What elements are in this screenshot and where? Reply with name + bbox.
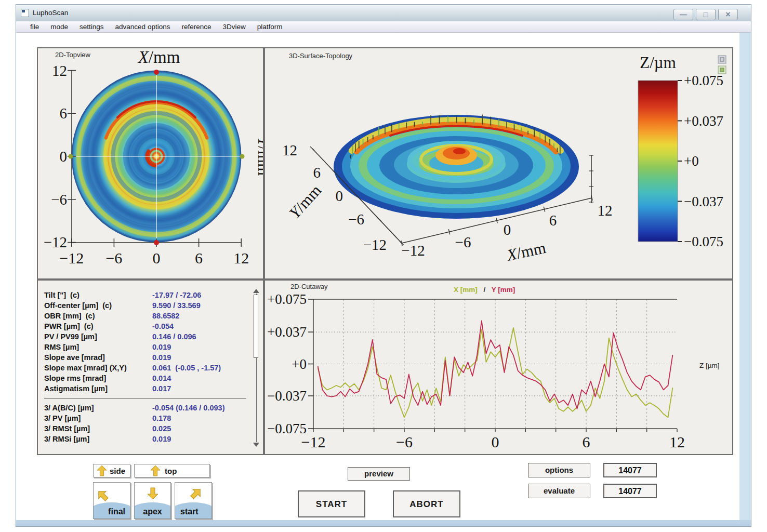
app-icon <box>21 9 29 17</box>
stat-value: 0.025 <box>152 423 247 434</box>
stat-label: PWR [µm] (c) <box>44 321 152 331</box>
stat-row: PV / PV99 [µm]0.146 / 0.096 <box>44 331 247 342</box>
scroll-up-arrow-icon[interactable] <box>253 289 259 293</box>
preview-button[interactable]: preview <box>348 467 410 481</box>
apex-button[interactable]: apex <box>134 482 171 519</box>
topview-x-tick-label: −12 <box>59 249 84 267</box>
down-arrow-icon <box>147 486 158 501</box>
menu-item-advanced-options[interactable]: advanced options <box>110 21 176 32</box>
colorbar-tick-label: +0.075 <box>684 73 723 88</box>
menu-item-file[interactable]: file <box>24 21 45 32</box>
top-button[interactable]: top <box>134 464 210 477</box>
stat-row: PWR [µm] (c)-0.054 <box>44 321 247 331</box>
stat-label: 3/ RMSt [µm] <box>44 423 152 434</box>
minimize-button[interactable]: — <box>673 9 693 20</box>
stat-row: 3/ PV [µm]0.178 <box>44 413 247 423</box>
cutaway-x-tick-label: −12 <box>301 433 326 450</box>
start-button[interactable]: start <box>175 482 212 519</box>
menu-item-reference[interactable]: reference <box>176 21 217 32</box>
surface-title-label: 3D-Surface-Topology <box>289 52 352 60</box>
stats-divider <box>44 398 246 398</box>
topview-y-tick-label: 6 <box>60 105 68 122</box>
legend-x-label: X [mm] <box>454 286 478 294</box>
surface-y-tick-label: 12 <box>282 142 297 158</box>
y-tick-3d <box>310 147 314 151</box>
maximize-button[interactable]: □ <box>696 9 716 20</box>
stat-value: -17.97 / -72.06 <box>152 290 247 300</box>
colorbar-tick-label: −0.075 <box>684 234 723 249</box>
scroll-down-arrow-icon[interactable] <box>253 443 259 447</box>
stat-label: Slope ave [mrad] <box>44 352 152 363</box>
start-main-button[interactable]: START <box>298 490 365 517</box>
stat-row: 3/ RMSi [µm]0.019 <box>44 434 247 444</box>
final-button[interactable]: final <box>93 482 130 519</box>
marker-dot <box>240 154 245 159</box>
stat-value: 0.014 <box>152 373 247 383</box>
stats-scrollbar[interactable] <box>253 289 260 447</box>
stat-label: PV / PV99 [µm] <box>44 331 152 342</box>
stat-row: OBR [mm] (c)88.6582 <box>44 311 247 321</box>
evaluate-button[interactable]: evaluate <box>528 484 590 498</box>
topview-y-tick-label: −6 <box>51 191 67 208</box>
topview-title-label: 2D-Topview <box>55 51 90 59</box>
close-button[interactable]: × <box>718 9 738 20</box>
menu-item-platform[interactable]: platform <box>252 21 288 32</box>
stat-label: 3/ RMSi [µm] <box>44 434 152 444</box>
scroll-thumb[interactable] <box>254 295 258 358</box>
surface-chart-svg[interactable]: Z/µm 1260−6−12−12−60612Y/mmX/mm+0.075+0.… <box>265 48 732 278</box>
stat-row: RMS [µm]0.019 <box>44 342 247 352</box>
panel-2d-topview: 2D-Topview <box>37 47 264 280</box>
cutaway-y-tick-label: +0 <box>292 356 307 372</box>
stat-row: Tilt ["] (c)-17.97 / -72.06 <box>44 290 247 300</box>
stat-value: 0.017 <box>152 383 247 394</box>
abort-button[interactable]: ABORT <box>393 490 460 517</box>
surface-y-tick-label: −6 <box>348 211 364 228</box>
final-button-label: final <box>108 507 125 516</box>
stat-row: Slope rms [mrad]0.014 <box>44 373 247 383</box>
colorbar-tick-label: +0.037 <box>684 113 723 129</box>
cutaway-chart-svg[interactable]: +0.075+0.037+0−0.037−0.075−12−60612 <box>265 281 732 454</box>
hook-arrow-down-left-icon <box>188 485 205 502</box>
app-window: LuphoScan — □ × filemodesettingsadvanced… <box>16 4 751 527</box>
menubar: filemodesettingsadvanced optionsreferenc… <box>16 21 751 33</box>
stat-label: Astigmatism [µm] <box>44 383 152 394</box>
stat-value: 0.019 <box>152 342 247 352</box>
menu-item-mode[interactable]: mode <box>45 21 74 32</box>
marker-dot <box>69 154 73 159</box>
cutaway-x-tick-label: 0 <box>492 433 499 450</box>
top-button-label: top <box>161 467 177 475</box>
marker-dot <box>154 240 159 245</box>
topview-y-tick-label: −12 <box>44 234 67 250</box>
surface-render <box>334 115 579 219</box>
screen: LuphoScan — □ × filemodesettingsadvanced… <box>0 0 767 532</box>
colorbar-icon-top[interactable] <box>718 56 726 63</box>
surface-y-axis-title: Y/mm <box>285 181 325 222</box>
options-button[interactable]: options <box>528 463 590 477</box>
window-right-strip <box>739 33 751 520</box>
counter-field-top[interactable]: 14077 <box>603 463 657 477</box>
cutaway-y-tick-label: +0.075 <box>267 291 307 307</box>
topview-x-tick-label: 6 <box>195 249 203 267</box>
legend-separator: / <box>480 286 490 294</box>
panel-stats: Tilt ["] (c)-17.97 / -72.06Off-center [µ… <box>37 280 264 455</box>
surface-x-tick-label: −6 <box>455 234 471 250</box>
colorbar-tick-label: +0 <box>684 153 699 169</box>
counter-field-bottom[interactable]: 14077 <box>603 484 657 498</box>
start-button-label: start <box>180 507 199 516</box>
stat-label: Slope max [mrad] (X,Y) <box>44 363 152 373</box>
topview-chart-svg[interactable]: 1260−6−12−12−60612X/mmY/mm <box>38 48 263 278</box>
menu-item-3Dview[interactable]: 3Dview <box>217 21 251 32</box>
topview-x-tick-label: 0 <box>153 249 161 267</box>
stat-value: 0.178 <box>152 413 247 423</box>
side-button[interactable]: side <box>93 464 130 477</box>
stat-row: Slope ave [mrad]0.019 <box>44 352 247 363</box>
surface-x-axis-title: X/mm <box>504 238 547 264</box>
stat-label: OBR [mm] (c) <box>44 311 152 321</box>
surface-x-tick-label: 0 <box>504 221 511 238</box>
stat-value: -0.054 <box>152 321 247 331</box>
stat-value: 88.6582 <box>152 311 247 321</box>
panel-3d-surface: 3D-Surface-Topology <box>264 47 733 280</box>
menu-item-settings[interactable]: settings <box>74 21 110 32</box>
stat-row: Astigmatism [µm]0.017 <box>44 383 247 394</box>
surface-x-tick-label: −12 <box>401 242 425 259</box>
